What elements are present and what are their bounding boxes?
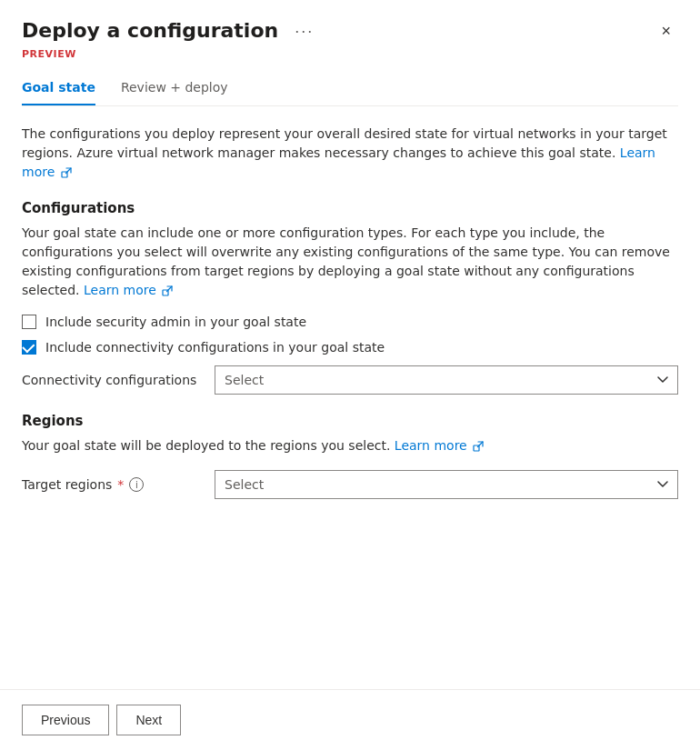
connectivity-label[interactable]: Include connectivity configurations in y… [45,340,385,355]
configurations-section: Configurations Your goal state can inclu… [22,200,678,395]
configurations-title: Configurations [22,200,678,216]
tabs-bar: Goal state Review + deploy [22,71,678,106]
connectivity-checkbox-row: Include connectivity configurations in y… [22,340,678,355]
connectivity-configurations-row: Connectivity configurations Select [22,365,678,395]
security-admin-label[interactable]: Include security admin in your goal stat… [45,315,306,329]
regions-section: Regions Your goal state will be deployed… [22,413,678,499]
svg-line-5 [478,442,484,447]
connectivity-configurations-label: Connectivity configurations [22,373,204,387]
configurations-learn-more-link[interactable]: Learn more [84,283,173,297]
security-admin-checkbox-row: Include security admin in your goal stat… [22,315,678,329]
info-icon[interactable]: i [129,477,144,492]
connectivity-configurations-placeholder: Select [225,373,264,387]
deploy-configuration-panel: Deploy a configuration ··· × PREVIEW Goa… [0,0,700,750]
next-button[interactable]: Next [116,705,181,735]
connectivity-checkbox[interactable] [22,340,36,355]
svg-line-3 [167,286,173,292]
configurations-external-link-icon [162,285,173,296]
previous-button[interactable]: Previous [22,705,109,735]
target-regions-label: Target regions [22,477,112,492]
tab-review-deploy[interactable]: Review + deploy [121,71,228,105]
ellipsis-button[interactable]: ··· [289,20,319,43]
tab-goal-state[interactable]: Goal state [22,71,95,105]
required-indicator: * [117,477,124,492]
target-regions-dropdown[interactable]: Select [215,470,678,499]
target-regions-row: Target regions * i Select [22,470,678,499]
panel-header: Deploy a configuration ··· × PREVIEW Goa… [0,0,700,106]
intro-text: The configurations you deploy represent … [22,125,678,182]
configurations-description: Your goal state can include one or more … [22,224,678,300]
panel-title: Deploy a configuration [22,18,278,45]
close-button[interactable]: × [654,18,678,45]
target-regions-placeholder: Select [225,477,264,492]
regions-title: Regions [22,413,678,429]
connectivity-configurations-arrow [657,375,668,385]
target-regions-arrow [657,480,668,490]
regions-external-link-icon [473,441,484,452]
target-regions-label-group: Target regions * i [22,477,204,492]
connectivity-configurations-dropdown[interactable]: Select [215,365,678,395]
regions-learn-more-link[interactable]: Learn more [395,438,484,453]
panel-footer: Previous Next [0,689,700,750]
security-admin-checkbox[interactable] [22,315,36,329]
panel-content: The configurations you deploy represent … [0,106,700,750]
title-group: Deploy a configuration ··· [22,18,319,45]
preview-label: PREVIEW [22,48,678,60]
svg-line-1 [65,168,71,174]
regions-description: Your goal state will be deployed to the … [22,436,678,455]
external-link-icon [61,167,72,178]
